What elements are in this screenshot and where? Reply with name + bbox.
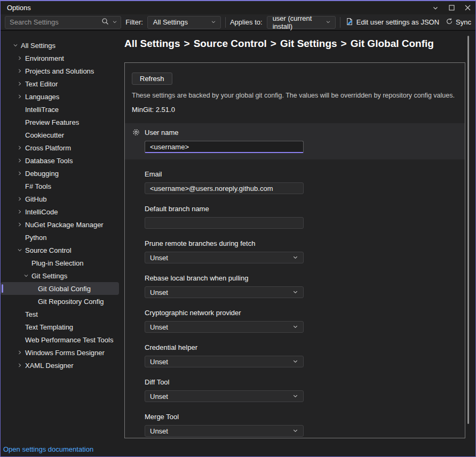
sidebar-item-label: NuGet Package Manager [25,221,104,229]
tree-expander-icon[interactable] [15,169,24,178]
sidebar-item-label: Debugging [25,170,59,178]
setting-text-input[interactable] [145,217,304,229]
tree-expander-icon[interactable] [15,182,24,190]
tree-expander-icon[interactable] [22,259,30,267]
close-icon[interactable] [459,1,475,14]
setting-label: Merge Tool [145,413,179,421]
tree-expander-icon[interactable] [15,92,24,101]
sidebar-item[interactable]: Git Repository Config [1,295,119,308]
sidebar-item[interactable]: Text Templating [1,320,119,333]
breadcrumb-separator: > [267,38,280,49]
sidebar-item[interactable]: IntelliTrace [1,103,119,116]
tree-expander-icon[interactable] [15,131,24,139]
applies-to-value: user (current install) [273,14,326,30]
tree-expander-icon[interactable] [11,41,20,50]
sidebar-item-label: Environment [25,54,64,62]
filter-value: All Settings [153,18,188,26]
sidebar-item[interactable]: Web Performance Test Tools [1,333,119,346]
sidebar-item[interactable]: Source Control [1,244,119,256]
setting-dropdown[interactable]: Unset [145,321,304,333]
sidebar-item-label: GitHub [25,195,46,203]
sidebar-item[interactable]: Debugging [1,167,119,180]
sidebar-item[interactable]: Git Settings [1,269,119,282]
tree-expander-icon[interactable] [15,54,24,62]
tree-expander-icon[interactable] [22,271,30,280]
tree-expander-icon[interactable] [15,323,24,331]
window-menu-chevron-icon[interactable] [427,1,443,14]
sidebar-item[interactable]: Languages [1,90,119,103]
sidebar-item[interactable]: Windows Forms Designer [1,346,119,359]
setting-group: Cryptographic network provider Unset [145,309,458,333]
setting-dropdown[interactable]: Unset [145,425,304,437]
tree-expander-icon[interactable] [15,67,24,75]
sidebar-item[interactable]: Test [1,308,119,320]
sidebar-item[interactable]: GitHub [1,193,119,205]
tree-expander-icon[interactable] [15,310,24,318]
breadcrumb-segment[interactable]: Git Settings [280,38,337,49]
edit-json-button[interactable]: Edit user settings as JSON [345,17,440,28]
tree-expander-icon[interactable] [15,118,24,126]
breadcrumb-segment[interactable]: All Settings [124,38,180,49]
tree-expander-icon[interactable] [28,297,37,306]
maximize-icon[interactable] [443,1,459,14]
sidebar-item[interactable]: XAML Designer [1,359,119,372]
applies-to-dropdown[interactable]: user (current install) [267,16,336,29]
tree-expander-icon[interactable] [15,156,24,165]
tree-expander-icon[interactable] [15,233,24,242]
setting-dropdown[interactable]: Unset [145,356,304,367]
tree-expander-icon[interactable] [28,284,37,293]
tree-expander-icon[interactable] [15,220,24,229]
chevron-down-icon [292,358,298,366]
tree-expander-icon[interactable] [15,195,24,203]
breadcrumb-segment[interactable]: Source Control [194,38,267,49]
sync-button[interactable]: Sync [445,17,472,28]
search-input[interactable]: Search Settings [5,16,121,29]
filter-dropdown[interactable]: All Settings [147,16,221,29]
tree-expander-icon[interactable] [15,143,24,152]
sidebar-item[interactable]: F# Tools [1,180,119,193]
settings-doc-link[interactable]: Open settings documentation [3,445,93,453]
setting-label: Credential helper [145,343,197,351]
tree-expander-icon[interactable] [15,105,24,114]
tree-expander-icon[interactable] [15,246,24,254]
sidebar-item[interactable]: Database Tools [1,154,119,167]
tree-expander-icon[interactable] [15,361,24,370]
setting-value: Unset [150,427,168,435]
sidebar-item-label: Python [25,234,46,242]
sidebar-item[interactable]: Python [1,231,119,244]
chevron-down-icon [211,18,216,26]
setting-text-input[interactable]: <username>@users.noreply.github.com [145,182,304,194]
sidebar-item[interactable]: Plug-in Selection [1,256,119,269]
sidebar-item[interactable]: Cross Platform [1,141,119,154]
sidebar-item[interactable]: Projects and Solutions [1,65,119,77]
chevron-down-icon [326,18,331,26]
content-area: All Settings Environment Projects and So… [1,31,475,456]
tree-expander-icon[interactable] [15,79,24,88]
setting-dropdown[interactable]: Unset [145,390,304,402]
search-options-chevron-icon[interactable] [112,18,117,26]
breadcrumb-segment[interactable]: Git Global Config [351,38,434,49]
sidebar-item[interactable]: Cookiecutter [1,129,119,141]
settings-tree-sidebar: All Settings Environment Projects and So… [1,31,123,456]
tree-expander-icon[interactable] [15,348,24,357]
setting-text-input[interactable]: <username> [145,141,304,153]
sidebar-item[interactable]: NuGet Package Manager [1,218,119,231]
tree-expander-icon[interactable] [15,207,24,216]
window-title: Options [1,4,31,12]
sidebar-item-label: Plug-in Selection [31,259,84,267]
sidebar-item[interactable]: IntelliCode [1,205,119,218]
setting-dropdown[interactable]: Unset [145,252,304,263]
sidebar-item[interactable]: All Settings [1,39,119,52]
filter-label: Filter: [125,18,143,26]
refresh-button[interactable]: Refresh [132,73,172,85]
sidebar-item[interactable]: Git Global Config [1,282,119,295]
chevron-down-icon [292,392,298,400]
sidebar-item[interactable]: Environment [1,52,119,65]
vertical-scrollbar[interactable] [467,36,469,424]
settings-main-pane: All Settings>Source Control>Git Settings… [123,31,475,456]
setting-value: <username>@users.noreply.github.com [150,185,273,193]
setting-dropdown[interactable]: Unset [145,286,304,298]
sidebar-item[interactable]: Text Editor [1,77,119,90]
sidebar-item[interactable]: Preview Features [1,116,119,129]
tree-expander-icon[interactable] [15,335,24,344]
